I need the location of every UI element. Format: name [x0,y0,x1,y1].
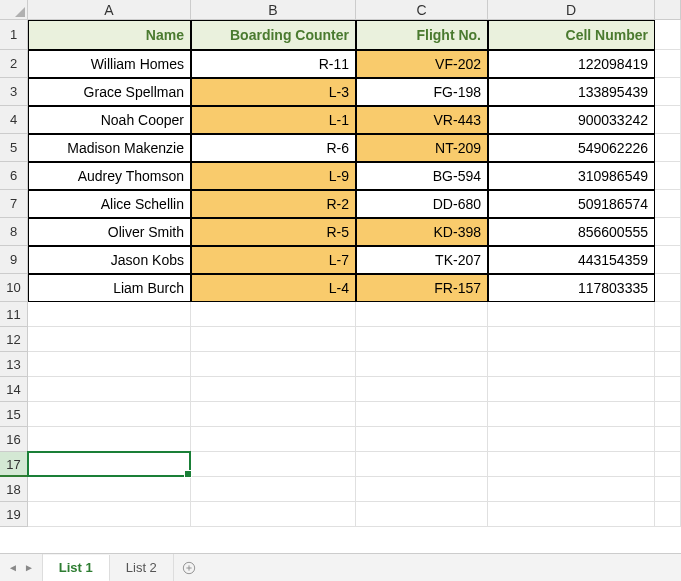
cell-C19[interactable] [356,502,488,527]
select-all-corner[interactable] [0,0,28,20]
cell-C7[interactable]: DD-680 [356,190,488,218]
cell-D14[interactable] [488,377,655,402]
cell-C16[interactable] [356,427,488,452]
cell-D8[interactable]: 856600555 [488,218,655,246]
cell-B12[interactable] [191,327,356,352]
row-header-2[interactable]: 2 [0,50,28,78]
row-header-7[interactable]: 7 [0,190,28,218]
cell-B19[interactable] [191,502,356,527]
sheet-tab-list-1[interactable]: List 1 [43,555,110,581]
cell-E6[interactable] [655,162,681,190]
row-header-16[interactable]: 16 [0,427,28,452]
cell-A6[interactable]: Audrey Thomson [28,162,191,190]
cell-C9[interactable]: TK-207 [356,246,488,274]
cell-D6[interactable]: 310986549 [488,162,655,190]
row-header-19[interactable]: 19 [0,502,28,527]
row-header-13[interactable]: 13 [0,352,28,377]
cell-D10[interactable]: 117803335 [488,274,655,302]
cell-A15[interactable] [28,402,191,427]
cell-B7[interactable]: R-2 [191,190,356,218]
cell-D13[interactable] [488,352,655,377]
cell-B8[interactable]: R-5 [191,218,356,246]
cell-A2[interactable]: William Homes [28,50,191,78]
column-header-A[interactable]: A [28,0,191,20]
cell-B9[interactable]: L-7 [191,246,356,274]
cell-B3[interactable]: L-3 [191,78,356,106]
cell-B5[interactable]: R-6 [191,134,356,162]
cell-D3[interactable]: 133895439 [488,78,655,106]
cell-B2[interactable]: R-11 [191,50,356,78]
cell-C6[interactable]: BG-594 [356,162,488,190]
column-header-B[interactable]: B [191,0,356,20]
cell-D5[interactable]: 549062226 [488,134,655,162]
row-header-6[interactable]: 6 [0,162,28,190]
row-header-9[interactable]: 9 [0,246,28,274]
cell-E10[interactable] [655,274,681,302]
cell-B11[interactable] [191,302,356,327]
cell-B16[interactable] [191,427,356,452]
cell-A5[interactable]: Madison Makenzie [28,134,191,162]
cell-C14[interactable] [356,377,488,402]
cell-D18[interactable] [488,477,655,502]
row-header-14[interactable]: 14 [0,377,28,402]
cell-A4[interactable]: Noah Cooper [28,106,191,134]
cell-D16[interactable] [488,427,655,452]
cell-A16[interactable] [28,427,191,452]
cell-A17[interactable] [28,452,191,477]
cell-D9[interactable]: 443154359 [488,246,655,274]
cell-D15[interactable] [488,402,655,427]
row-header-8[interactable]: 8 [0,218,28,246]
cell-E9[interactable] [655,246,681,274]
cell-D12[interactable] [488,327,655,352]
cell-B15[interactable] [191,402,356,427]
cell-E18[interactable] [655,477,681,502]
column-header-D[interactable]: D [488,0,655,20]
row-header-11[interactable]: 11 [0,302,28,327]
row-header-18[interactable]: 18 [0,477,28,502]
cell-A19[interactable] [28,502,191,527]
cell-A18[interactable] [28,477,191,502]
cell-C8[interactable]: KD-398 [356,218,488,246]
cell-A14[interactable] [28,377,191,402]
row-header-12[interactable]: 12 [0,327,28,352]
cell-D1[interactable]: Cell Number [488,20,655,50]
row-header-4[interactable]: 4 [0,106,28,134]
cell-D7[interactable]: 509186574 [488,190,655,218]
cell-D11[interactable] [488,302,655,327]
tab-nav-prev-icon[interactable]: ◄ [8,562,18,573]
cell-E4[interactable] [655,106,681,134]
cell-A1[interactable]: Name [28,20,191,50]
cell-E16[interactable] [655,427,681,452]
cell-B18[interactable] [191,477,356,502]
cell-C1[interactable]: Flight No. [356,20,488,50]
cell-E3[interactable] [655,78,681,106]
row-header-5[interactable]: 5 [0,134,28,162]
cell-E11[interactable] [655,302,681,327]
row-header-1[interactable]: 1 [0,20,28,50]
cell-E7[interactable] [655,190,681,218]
cell-C15[interactable] [356,402,488,427]
cell-A13[interactable] [28,352,191,377]
cell-B4[interactable]: L-1 [191,106,356,134]
cell-D4[interactable]: 900033242 [488,106,655,134]
cell-C13[interactable] [356,352,488,377]
cell-A11[interactable] [28,302,191,327]
cell-B14[interactable] [191,377,356,402]
cell-D19[interactable] [488,502,655,527]
cell-B6[interactable]: L-9 [191,162,356,190]
sheet-tab-list-2[interactable]: List 2 [110,554,174,581]
cell-E15[interactable] [655,402,681,427]
cell-C2[interactable]: VF-202 [356,50,488,78]
spreadsheet-grid[interactable]: ABCD1NameBoarding CounterFlight No.Cell … [0,0,681,527]
cell-E13[interactable] [655,352,681,377]
cell-B13[interactable] [191,352,356,377]
cell-E12[interactable] [655,327,681,352]
cell-C4[interactable]: VR-443 [356,106,488,134]
cell-A8[interactable]: Oliver Smith [28,218,191,246]
cell-A9[interactable]: Jason Kobs [28,246,191,274]
cell-C10[interactable]: FR-157 [356,274,488,302]
cell-C12[interactable] [356,327,488,352]
row-header-17[interactable]: 17 [0,452,28,477]
cell-A3[interactable]: Grace Spellman [28,78,191,106]
cell-C5[interactable]: NT-209 [356,134,488,162]
